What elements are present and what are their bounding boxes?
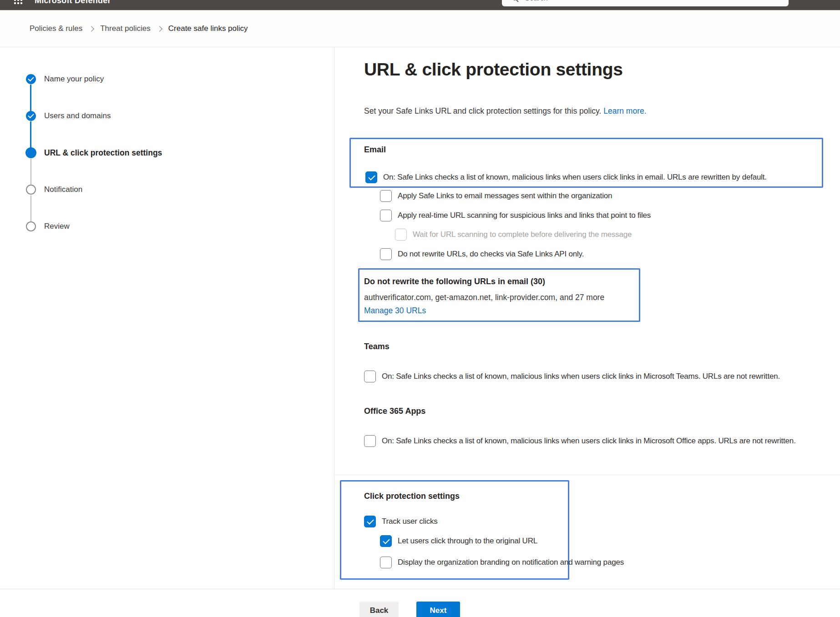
email-section-highlight-box: Email On: Safe Links checks a list of kn… [349, 138, 823, 188]
email-on-label: On: Safe Links checks a list of known, m… [383, 173, 767, 182]
office-section-heading: Office 365 Apps [364, 406, 425, 416]
apply-safe-links-internal-checkbox[interactable] [380, 190, 392, 202]
back-button[interactable]: Back [359, 602, 399, 617]
step-connector [30, 159, 31, 185]
teams-on-row: On: Safe Links checks a list of known, m… [364, 368, 780, 385]
topbar: Microsoft Defender Search [0, 0, 840, 10]
step-upcoming-icon [26, 221, 36, 231]
next-button[interactable]: Next [416, 602, 460, 617]
wizard-step-url-click-protection[interactable]: URL & click protection settings [25, 146, 162, 159]
breadcrumb-current-page: Create safe links policy [168, 24, 248, 33]
defender-create-safe-links-policy-screen: Microsoft Defender Search Policies & rul… [0, 0, 840, 617]
wait-for-url-scanning-label: Wait for URL scanning to complete before… [413, 230, 632, 239]
wizard-step-review[interactable]: Review [25, 220, 70, 233]
do-not-rewrite-urls-checkbox[interactable] [380, 248, 392, 260]
click-through-label: Let users click through to the original … [398, 537, 537, 546]
wizard-step-notification[interactable]: Notification [25, 183, 82, 196]
office-on-label: On: Safe Links checks a list of known, m… [382, 436, 796, 446]
org-branding-label: Display the organization branding on not… [398, 558, 624, 567]
step-completed-icon [26, 74, 36, 84]
do-not-rewrite-urls-label: Do not rewrite URLs, do checks via Safe … [398, 250, 584, 259]
realtime-url-scanning-checkbox[interactable] [380, 210, 392, 221]
do-not-rewrite-list-heading: Do not rewrite the following URLs in ema… [364, 277, 545, 286]
step-label: Name your policy [44, 75, 104, 84]
teams-on-label: On: Safe Links checks a list of known, m… [382, 372, 780, 381]
subtitle-text: Set your Safe Links URL and click protec… [364, 106, 601, 115]
wizard-steps-sidebar: Name your policy Users and domains URL &… [0, 47, 334, 589]
breadcrumb-policies-and-rules[interactable]: Policies & rules [30, 24, 82, 33]
step-current-icon [25, 147, 36, 158]
learn-more-link[interactable]: Learn more. [603, 106, 646, 115]
teams-on-checkbox[interactable] [364, 371, 376, 382]
step-upcoming-icon [26, 185, 36, 195]
step-connector [30, 121, 31, 148]
step-label: Notification [44, 185, 82, 194]
wizard-step-users-and-domains[interactable]: Users and domains [25, 110, 111, 122]
search-icon [512, 0, 519, 2]
step-label: Review [44, 222, 70, 231]
step-label: URL & click protection settings [44, 148, 162, 158]
click-through-row: Let users click through to the original … [380, 533, 537, 549]
realtime-url-scanning-label: Apply real-time URL scanning for suspici… [398, 211, 651, 220]
click-through-checkbox[interactable] [380, 535, 392, 547]
page-title: URL & click protection settings [364, 60, 623, 80]
wait-for-url-scanning-row: Wait for URL scanning to complete before… [395, 226, 632, 243]
manage-urls-link[interactable]: Manage 30 URLs [364, 306, 426, 316]
wait-for-url-scanning-checkbox[interactable] [395, 229, 407, 241]
app-title: Microsoft Defender [35, 0, 111, 5]
apply-safe-links-internal-label: Apply Safe Links to email messages sent … [398, 191, 612, 201]
office-on-row: On: Safe Links checks a list of known, m… [364, 433, 796, 449]
track-user-clicks-row: Track user clicks [364, 513, 438, 530]
do-not-rewrite-urls-preview: authverificator.com, get-amazon.net, lin… [364, 293, 604, 302]
track-user-clicks-label: Track user clicks [382, 517, 438, 526]
apply-safe-links-internal-row: Apply Safe Links to email messages sent … [380, 188, 612, 204]
search-input[interactable]: Search [502, 0, 789, 6]
search-placeholder: Search [525, 0, 548, 2]
app-launcher-icon[interactable] [14, 0, 22, 4]
breadcrumb: Policies & rules Threat policies Create … [0, 10, 840, 47]
teams-section-heading: Teams [364, 342, 390, 351]
do-not-rewrite-urls-row: Do not rewrite URLs, do checks via Safe … [380, 246, 584, 262]
step-completed-icon [26, 111, 36, 121]
org-branding-row: Display the organization branding on not… [380, 554, 624, 571]
email-section-heading: Email [364, 145, 386, 155]
page-subtitle: Set your Safe Links URL and click protec… [364, 106, 647, 116]
wizard-step-name-your-policy[interactable]: Name your policy [25, 73, 104, 85]
chevron-right-icon [157, 26, 162, 32]
section-divider [334, 475, 840, 475]
step-label: Users and domains [44, 111, 111, 120]
office-on-checkbox[interactable] [364, 435, 376, 447]
step-connector [30, 85, 31, 111]
do-not-rewrite-list-highlight-box: Do not rewrite the following URLs in ema… [358, 268, 640, 322]
email-on-row: On: Safe Links checks a list of known, m… [365, 169, 767, 186]
org-branding-checkbox[interactable] [380, 557, 392, 568]
track-user-clicks-checkbox[interactable] [364, 516, 376, 527]
step-connector [30, 196, 31, 221]
breadcrumb-threat-policies[interactable]: Threat policies [100, 24, 151, 33]
email-on-checkbox[interactable] [365, 171, 377, 183]
footer-divider [0, 589, 840, 589]
realtime-url-scanning-row: Apply real-time URL scanning for suspici… [380, 207, 651, 224]
chevron-right-icon [88, 26, 94, 32]
main-content: URL & click protection settings Set your… [334, 47, 840, 589]
click-protection-heading: Click protection settings [364, 492, 460, 501]
